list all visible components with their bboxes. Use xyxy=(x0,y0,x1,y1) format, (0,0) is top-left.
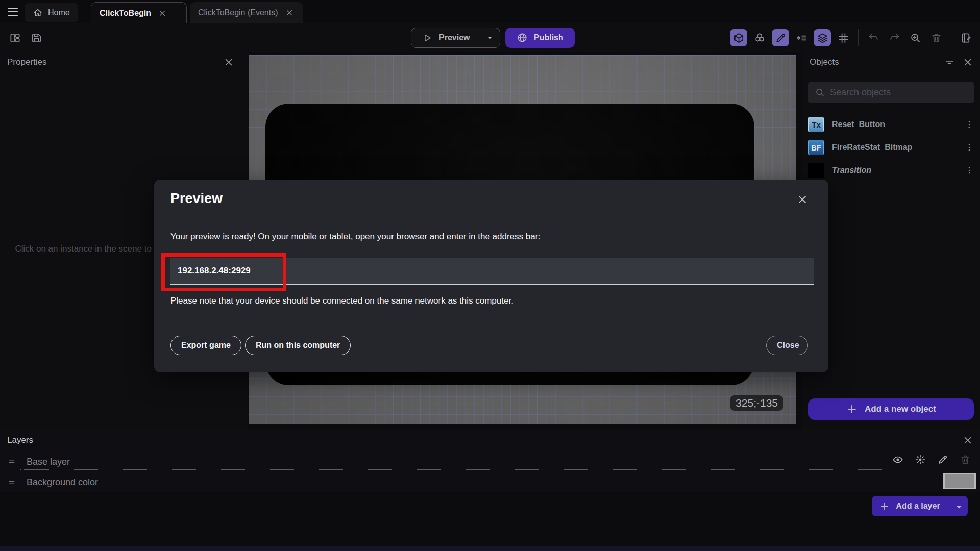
export-game-button[interactable]: Export game xyxy=(170,336,241,355)
layers-panel-title: Layers xyxy=(7,435,33,445)
layer-effects-icon[interactable] xyxy=(915,454,926,465)
add-layer-dropdown-button[interactable] xyxy=(948,502,968,510)
visibility-eye-icon[interactable] xyxy=(892,454,903,465)
tab-scene[interactable]: ClickToBegin xyxy=(91,2,187,23)
layer-row-base[interactable]: Base layer xyxy=(0,452,980,472)
zoom-in-icon[interactable] xyxy=(906,29,924,46)
objects-panel-title: Objects xyxy=(810,57,839,67)
tab-home[interactable]: Home xyxy=(24,3,78,22)
publish-button[interactable]: Publish xyxy=(505,28,575,48)
layer-row-background-color[interactable]: Background color xyxy=(0,472,980,492)
more-options-icon[interactable] xyxy=(965,166,974,175)
run-on-this-computer-button[interactable]: Run on this computer xyxy=(245,336,351,355)
grid-icon[interactable] xyxy=(835,29,852,46)
close-icon[interactable] xyxy=(797,194,808,205)
more-options-icon[interactable] xyxy=(965,143,974,152)
preview-dialog: Preview Your preview is ready! On your m… xyxy=(154,180,828,372)
add-layer-button[interactable]: Add a layer xyxy=(872,496,968,516)
object-row-reset-button[interactable]: Tx Reset_Button xyxy=(802,113,980,136)
layer-name: Background color xyxy=(27,477,98,488)
dialog-title: Preview xyxy=(170,191,223,207)
save-icon[interactable] xyxy=(28,29,45,46)
edit-layer-icon[interactable] xyxy=(937,454,948,465)
trash-icon[interactable] xyxy=(927,29,945,46)
tab-events[interactable]: ClickToBegin (Events) xyxy=(190,2,303,23)
panels-icon[interactable] xyxy=(6,29,23,46)
preview-button[interactable]: Preview xyxy=(411,28,500,48)
text-object-icon: Tx xyxy=(808,117,824,132)
tab-scene-label: ClickToBegin xyxy=(100,9,151,18)
layers-icon[interactable] xyxy=(814,29,831,46)
close-icon[interactable] xyxy=(285,9,293,17)
object-row-transition[interactable]: Transition xyxy=(802,159,980,182)
close-icon[interactable] xyxy=(158,9,166,17)
home-icon xyxy=(33,8,43,18)
search-placeholder: Search objects xyxy=(830,87,891,98)
globe-icon xyxy=(517,32,528,43)
redo-icon[interactable] xyxy=(886,29,903,46)
publish-button-label: Publish xyxy=(534,33,564,42)
bitmap-font-object-icon: BF xyxy=(808,140,824,155)
filter-icon[interactable] xyxy=(944,57,954,67)
close-icon[interactable] xyxy=(963,57,973,67)
drag-handle-icon[interactable] xyxy=(6,479,17,486)
instances-list-icon[interactable] xyxy=(793,29,810,46)
dialog-note: Please note that your device should be c… xyxy=(170,296,513,306)
plus-icon xyxy=(879,501,890,511)
layer-name: Base layer xyxy=(27,457,70,467)
bottom-strip xyxy=(0,546,980,551)
scene-notes-icon[interactable] xyxy=(958,29,975,46)
add-object-label: Add a new object xyxy=(865,404,936,414)
add-layer-label: Add a layer xyxy=(896,502,940,511)
close-icon[interactable] xyxy=(224,57,234,67)
tab-events-label: ClickToBegin (Events) xyxy=(198,8,278,17)
plus-icon xyxy=(846,404,857,415)
object-row-fireratestat-bitmap[interactable]: BF FireRateStat_Bitmap xyxy=(802,136,980,159)
more-options-icon[interactable] xyxy=(965,120,974,129)
play-icon xyxy=(422,32,433,43)
cube-3d-icon[interactable] xyxy=(730,29,747,46)
tab-bar: Home ClickToBegin ClickToBegin (Events) xyxy=(0,0,980,23)
close-button[interactable]: Close xyxy=(766,336,808,355)
tab-home-label: Home xyxy=(48,8,70,17)
object-label: Transition xyxy=(832,166,957,175)
properties-panel-title: Properties xyxy=(7,57,46,67)
edit-pencil-icon[interactable] xyxy=(772,29,789,46)
drag-handle-icon[interactable] xyxy=(6,458,17,465)
preview-button-label: Preview xyxy=(439,33,470,42)
objects-blocks-icon[interactable] xyxy=(751,29,768,46)
objects-panel: Objects Search objects Tx Reset_Button B… xyxy=(802,52,980,430)
cursor-coordinates-badge: 325;-135 xyxy=(730,395,783,411)
preview-dropdown-button[interactable] xyxy=(480,28,500,48)
main-menu-icon[interactable] xyxy=(6,6,19,18)
close-icon[interactable] xyxy=(963,435,973,445)
sprite-object-icon xyxy=(808,163,824,178)
toolbar: Preview Publish xyxy=(0,23,980,52)
search-icon xyxy=(815,87,825,97)
search-objects-input[interactable]: Search objects xyxy=(808,82,974,103)
dialog-message: Your preview is ready! On your mobile or… xyxy=(170,232,541,242)
add-new-object-button[interactable]: Add a new object xyxy=(808,398,974,420)
object-label: Reset_Button xyxy=(832,120,957,129)
undo-icon[interactable] xyxy=(865,29,882,46)
background-color-swatch[interactable] xyxy=(943,473,976,489)
object-label: FireRateStat_Bitmap xyxy=(832,143,957,152)
preview-address-input[interactable] xyxy=(170,258,814,285)
delete-layer-icon[interactable] xyxy=(960,454,971,465)
layers-panel: Layers Base layer Background color xyxy=(0,430,980,492)
